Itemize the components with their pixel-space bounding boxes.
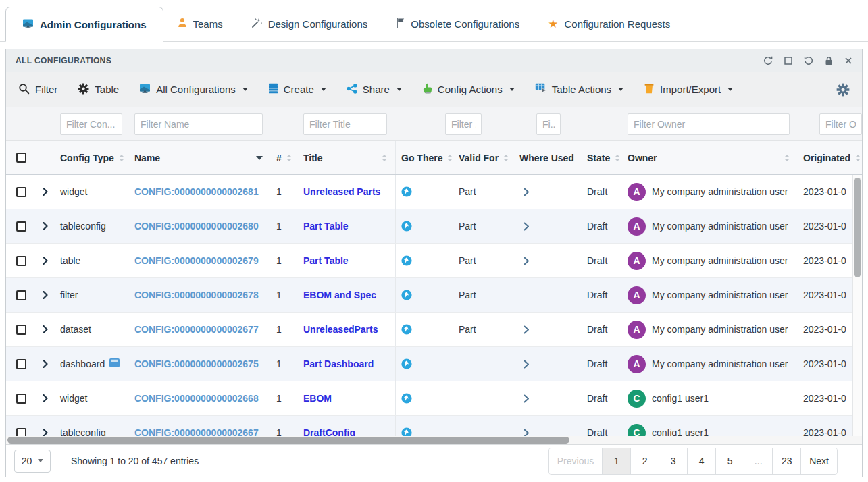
owner-name: My company administration user bbox=[652, 186, 788, 197]
column-header-name[interactable]: Name bbox=[129, 141, 271, 174]
tab-teams[interactable]: Teams bbox=[163, 6, 237, 41]
row-checkbox[interactable] bbox=[16, 187, 26, 197]
pagination-page-3[interactable]: 3 bbox=[659, 448, 687, 474]
where-used-chevron[interactable] bbox=[519, 222, 530, 231]
where-used-chevron[interactable] bbox=[519, 325, 530, 334]
table-button[interactable]: Table bbox=[78, 83, 119, 97]
go-there-icon[interactable] bbox=[401, 358, 412, 369]
tab-obsolete-configurations[interactable]: Obsolete Configurations bbox=[382, 6, 534, 41]
owner-name: My company administration user bbox=[652, 324, 788, 335]
table-actions-dropdown[interactable]: Table Actions bbox=[535, 83, 623, 96]
go-there-icon[interactable] bbox=[401, 427, 412, 436]
column-header-go-there[interactable]: Go There bbox=[395, 141, 453, 174]
title-link[interactable]: EBOM and Spec bbox=[303, 290, 376, 300]
select-all-checkbox[interactable] bbox=[16, 153, 26, 163]
title-link[interactable]: UnreleasedParts bbox=[303, 324, 378, 335]
filter-button[interactable]: Filter bbox=[18, 83, 57, 97]
expand-row-icon[interactable] bbox=[43, 429, 48, 436]
config-name-link[interactable]: CONFIG:0000000000002678 bbox=[134, 290, 259, 300]
where-used-chevron[interactable] bbox=[519, 360, 530, 369]
share-dropdown[interactable]: Share bbox=[347, 84, 402, 96]
filter-originated-input[interactable] bbox=[819, 113, 862, 135]
config-name-link[interactable]: CONFIG:0000000000002681 bbox=[134, 186, 259, 197]
config-name-link[interactable]: CONFIG:0000000000002680 bbox=[134, 221, 259, 232]
title-link[interactable]: EBOM bbox=[303, 393, 332, 404]
go-there-icon[interactable] bbox=[401, 255, 412, 266]
row-checkbox[interactable] bbox=[16, 394, 26, 404]
filter-name-input[interactable] bbox=[134, 113, 263, 135]
expand-row-icon[interactable] bbox=[43, 394, 48, 402]
config-name-link[interactable]: CONFIG:0000000000002679 bbox=[134, 255, 259, 266]
where-used-chevron[interactable] bbox=[519, 394, 530, 403]
expand-row-icon[interactable] bbox=[43, 188, 48, 196]
maximize-icon[interactable] bbox=[784, 57, 792, 65]
pagination: Previous 1 2 3 4 5 ... 23 Next bbox=[548, 448, 838, 475]
lock-icon[interactable] bbox=[825, 56, 833, 65]
column-header-valid-for[interactable]: Valid For bbox=[453, 141, 514, 174]
filter-config-type-input[interactable] bbox=[60, 113, 122, 135]
view-selector-dropdown[interactable]: All Configurations bbox=[139, 84, 248, 95]
pagination-page-1[interactable]: 1 bbox=[602, 448, 630, 474]
settings-gear-icon[interactable] bbox=[836, 83, 850, 97]
undo-icon[interactable] bbox=[804, 56, 813, 65]
expand-row-icon[interactable] bbox=[43, 222, 48, 230]
filter-state-input[interactable] bbox=[536, 113, 561, 135]
column-header-state[interactable]: State bbox=[582, 141, 622, 174]
horizontal-scrollbar-thumb[interactable] bbox=[7, 437, 569, 444]
row-checkbox[interactable] bbox=[16, 325, 26, 335]
column-header-originated[interactable]: Originated bbox=[798, 141, 862, 174]
config-actions-dropdown[interactable]: Config Actions bbox=[422, 83, 515, 96]
config-name-link[interactable]: CONFIG:0000000000002677 bbox=[134, 324, 259, 335]
column-header-owner[interactable]: Owner bbox=[622, 141, 798, 174]
row-checkbox[interactable] bbox=[16, 359, 26, 369]
row-checkbox[interactable] bbox=[16, 256, 26, 266]
title-link[interactable]: Part Table bbox=[303, 255, 349, 266]
go-there-icon[interactable] bbox=[401, 186, 412, 197]
title-link[interactable]: Part Table bbox=[303, 221, 349, 232]
filter-valid-for-input[interactable] bbox=[445, 113, 482, 135]
expand-row-icon[interactable] bbox=[43, 291, 48, 299]
expand-row-icon[interactable] bbox=[43, 257, 48, 265]
where-used-chevron[interactable] bbox=[519, 429, 530, 437]
pagination-previous[interactable]: Previous bbox=[549, 448, 602, 474]
expand-row-icon[interactable] bbox=[43, 360, 48, 368]
pagination-page-23[interactable]: 23 bbox=[772, 448, 800, 474]
column-header-title[interactable]: Title bbox=[298, 141, 395, 174]
row-checkbox[interactable] bbox=[16, 221, 26, 232]
title-link[interactable]: Unreleased Parts bbox=[303, 186, 380, 197]
where-used-chevron[interactable] bbox=[519, 188, 530, 196]
go-there-icon[interactable] bbox=[401, 221, 412, 232]
row-checkbox[interactable] bbox=[16, 290, 26, 300]
page-size-selector[interactable]: 20 bbox=[14, 450, 51, 473]
row-checkbox[interactable] bbox=[16, 428, 26, 437]
go-there-icon[interactable] bbox=[401, 393, 412, 404]
create-dropdown[interactable]: Create bbox=[268, 83, 326, 96]
pagination-page-4[interactable]: 4 bbox=[687, 448, 715, 474]
go-there-icon[interactable] bbox=[401, 324, 412, 335]
title-link[interactable]: Part Dashboard bbox=[303, 358, 374, 369]
pagination-page-2[interactable]: 2 bbox=[630, 448, 659, 474]
where-used-chevron[interactable] bbox=[519, 257, 530, 265]
config-name-link[interactable]: CONFIG:0000000000002667 bbox=[134, 427, 259, 436]
title-link[interactable]: DraftConfig bbox=[303, 427, 355, 436]
tab-design-configurations[interactable]: Design Configurations bbox=[237, 6, 382, 41]
tab-configuration-requests[interactable]: ★ Configuration Requests bbox=[534, 6, 684, 41]
pagination-next[interactable]: Next bbox=[800, 448, 837, 474]
config-name-link[interactable]: CONFIG:0000000000002668 bbox=[134, 393, 259, 404]
column-header-where-used[interactable]: Where Used bbox=[514, 141, 582, 174]
filter-title-input[interactable] bbox=[303, 113, 387, 135]
filter-owner-input[interactable] bbox=[628, 113, 790, 135]
pagination-ellipsis: ... bbox=[744, 448, 772, 474]
go-there-icon[interactable] bbox=[401, 290, 412, 300]
tab-admin-configurations[interactable]: Admin Configurations bbox=[5, 7, 163, 42]
table-row: filter CONFIG:0000000000002678 1 EBOM an… bbox=[6, 278, 852, 313]
expand-row-icon[interactable] bbox=[43, 325, 48, 333]
vertical-scrollbar-thumb[interactable] bbox=[854, 178, 861, 277]
config-name-link[interactable]: CONFIG:0000000000002675 bbox=[134, 358, 259, 369]
column-header-count[interactable]: # bbox=[271, 141, 298, 174]
pagination-page-5[interactable]: 5 bbox=[715, 448, 744, 474]
column-header-config-type[interactable]: Config Type bbox=[55, 141, 129, 174]
import-export-dropdown[interactable]: Import/Export bbox=[644, 83, 733, 96]
close-icon[interactable] bbox=[844, 57, 852, 65]
refresh-icon[interactable] bbox=[763, 56, 773, 65]
